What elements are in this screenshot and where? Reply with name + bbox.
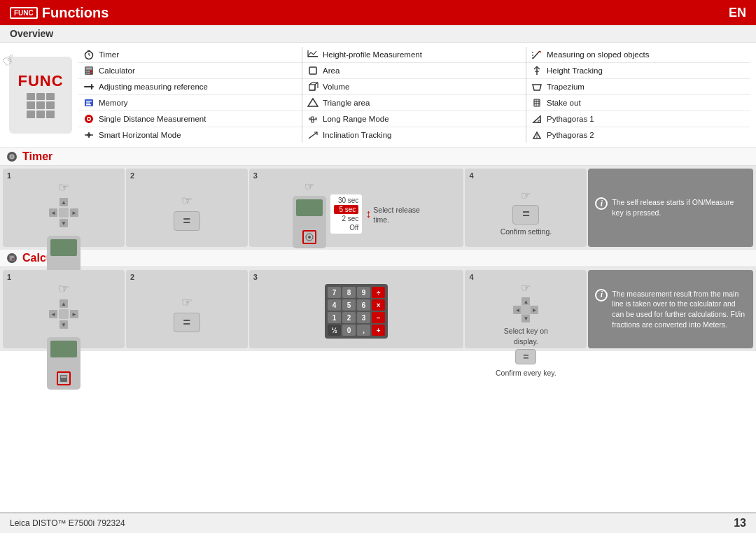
mini-screen-3: [296, 199, 323, 216]
timer-off: Off: [334, 223, 358, 232]
calc-key-5: 5: [342, 299, 356, 311]
calc-info-text: The measurement result from the main lin…: [612, 289, 746, 330]
longrange-icon: [307, 113, 319, 125]
timer-step-3: 3 ☞ 30 sec 5 sec 2 sec Off ↕: [249, 169, 464, 247]
memory-icon: [83, 97, 95, 109]
overview-row-volume: Volume: [302, 79, 526, 95]
calc-step-2: 2 ☞ =: [126, 270, 248, 348]
calc-key-½: ½: [328, 325, 341, 336]
dpad-calc-4: ▲ ▼ ◄ ►: [513, 297, 538, 322]
volume-icon: [307, 80, 319, 93]
sdm-label: Single Distance Measurement: [99, 115, 206, 123]
overview-row-pythag2: Pythagoras 2: [526, 127, 750, 143]
heighttrack-icon: [531, 64, 543, 77]
step-2-content: ☞ =: [129, 173, 245, 244]
dpad-calc-4-right: ►: [530, 306, 538, 314]
dpad-calc-center: [59, 309, 69, 319]
svg-rect-6: [86, 68, 92, 70]
svg-rect-17: [86, 103, 90, 104]
step-4-content: ☞ = Confirm setting.: [468, 173, 584, 244]
svg-rect-28: [309, 85, 315, 90]
overview-row-adjust: Adjusting measuring reference: [78, 79, 302, 95]
overview-row-stakeout: Stake out: [526, 95, 750, 111]
inclination-icon: [307, 129, 319, 141]
confirm-setting-label: Confirm setting.: [500, 227, 552, 236]
func-badge: FUNC: [10, 7, 38, 19]
calc-key-8: 8: [342, 287, 356, 298]
hand-up-icon: ☞: [58, 180, 69, 195]
calc-step-3: 3 789÷456×123−½0,+: [249, 270, 464, 348]
mini-device-3: [293, 196, 326, 248]
step-4-number: 4: [469, 171, 473, 180]
svg-point-21: [88, 118, 90, 120]
stakeout-icon: [531, 97, 543, 109]
device-image: ☞ FUNC: [6, 47, 76, 143]
longrange-label: Long Range Mode: [323, 115, 389, 123]
overview-row-memory: Memory: [78, 95, 302, 111]
overview-row-timer: Timer: [78, 47, 302, 63]
timer-title: Timer: [22, 150, 52, 163]
pythag1-label: Pythagoras 1: [547, 115, 594, 123]
slope-label: Measuring on sloped objects: [547, 50, 649, 59]
pythag1-icon: [531, 113, 543, 125]
volume-label: Volume: [323, 83, 349, 91]
dpad-down: ▼: [59, 219, 68, 227]
overview-row-sdm: Single Distance Measurement: [78, 111, 302, 127]
calc-step-4-content: ☞ ▲ ▼ ◄ ► Select key on display. = Confi…: [468, 274, 584, 378]
calculator-icon: [83, 64, 95, 77]
overview-row-longrange: Long Range Mode: [302, 111, 526, 127]
overview-columns: Timer Calculator Adjusting measuring ref…: [78, 47, 750, 143]
trapezium-label: Trapezium: [547, 83, 584, 91]
dpad-calc-4-center: [521, 305, 531, 315]
calc-key-÷: ÷: [372, 287, 385, 298]
calc-step-3-content: 789÷456×123−½0,+: [252, 274, 461, 346]
svg-point-61: [308, 236, 311, 239]
step-2-number: 2: [130, 171, 134, 180]
svg-rect-27: [309, 67, 316, 74]
overview-row-slope: Measuring on sloped objects: [526, 47, 750, 63]
pythag2-label: Pythagoras 2: [547, 131, 594, 139]
overview-area: ☞ FUNC Timer: [0, 43, 756, 148]
area-icon: [307, 64, 319, 77]
footer-left-text: Leica DISTO™ E7500i 792324: [10, 518, 125, 528]
timer-step-4: 4 ☞ = Confirm setting.: [465, 169, 587, 247]
timer-device-3: ☞: [293, 180, 326, 248]
svg-marker-52: [533, 116, 540, 122]
calc-step-2-num: 2: [130, 273, 134, 281]
calc-step-2-content: ☞ =: [129, 274, 245, 346]
calc-key-,: ,: [357, 325, 370, 336]
grid-cell: [27, 101, 35, 109]
adjust-label: Adjusting measuring reference: [99, 83, 208, 91]
select-key-group: Select key on display.: [504, 325, 548, 346]
equals-btn-4: =: [512, 205, 539, 225]
select-key-label2: display.: [514, 337, 538, 346]
calc-step-1: 1 ☞ ▲ ▼ ◄ ►: [3, 270, 125, 348]
svg-line-40: [309, 132, 317, 138]
mini-device-calc-1: [47, 337, 80, 390]
header: FUNC Functions EN: [0, 0, 756, 25]
timer-30s: 30 sec: [334, 196, 358, 205]
calc-info-content: i The measurement result from the main l…: [595, 289, 746, 330]
hand-calc-4: ☞: [521, 281, 531, 294]
memory-label: Memory: [99, 99, 128, 107]
svg-rect-14: [91, 84, 92, 90]
calc-step-4: 4 ☞ ▲ ▼ ◄ ► Select key on display. = Con…: [465, 270, 587, 348]
grid-cell: [36, 101, 45, 109]
release-label-text: Select release: [373, 206, 420, 214]
overview-row-calculator: Calculator: [78, 63, 302, 79]
grid-cell: [36, 93, 45, 101]
calc-key-3: 3: [357, 312, 370, 323]
timer-2s: 2 sec: [334, 214, 358, 223]
overview-row-horizontal: Smart Horizontal Mode: [78, 127, 302, 143]
step-1-number: 1: [7, 171, 11, 180]
overview-row-heighttrack: Height Tracking: [526, 63, 750, 79]
svg-marker-46: [533, 85, 541, 90]
horizontal-icon: [83, 129, 95, 141]
distance-icon: [83, 113, 95, 125]
dpad-calc-left: ◄: [49, 310, 57, 318]
dpad-calc-4-down: ▼: [522, 314, 530, 322]
timer-label: Timer: [99, 50, 119, 59]
confirm-every-key-label: Confirm every key.: [496, 369, 556, 377]
dpad-left: ◄: [49, 208, 57, 217]
equals-btn-calc-4-confirm: =: [515, 349, 536, 364]
